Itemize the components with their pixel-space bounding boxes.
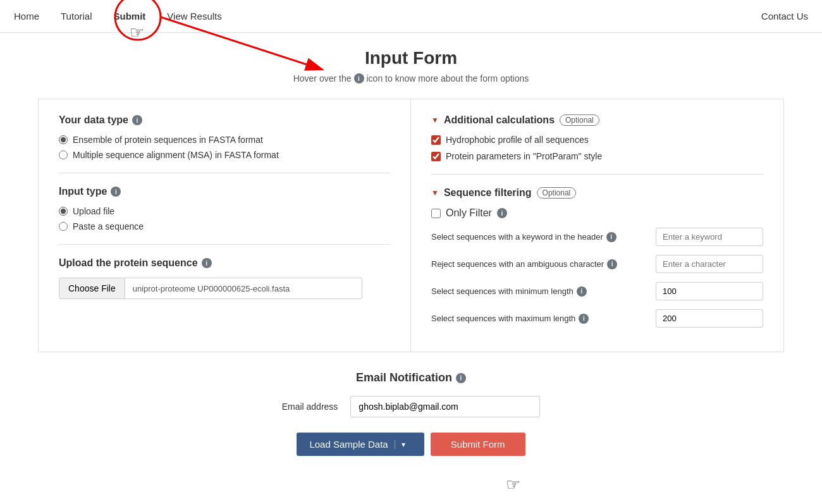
calc-checkbox-input-1[interactable] [431,135,441,145]
nav-home[interactable]: Home [13,8,40,24]
input-type-option-2[interactable]: Paste a sequence [59,221,390,231]
only-filter-checkbox[interactable] [431,209,441,218]
nav-view-results[interactable]: View Results [166,8,223,24]
filter-input-keyword[interactable] [656,228,763,246]
input-type-option-1[interactable]: Upload file [59,206,390,216]
info-icon-filter-4[interactable]: i [579,314,589,324]
data-type-radio-group: Ensemble of protein sequences in FASTA f… [59,135,390,160]
info-icon-email[interactable]: i [456,373,466,383]
info-icon-input-type[interactable]: i [111,187,121,197]
info-icon-filter-3[interactable]: i [577,286,587,297]
file-upload-control: Choose File uniprot-proteome UP000000625… [59,278,362,299]
only-filter-label: Only Filter [446,207,492,219]
email-row: Email address [38,396,784,417]
nav-contact[interactable]: Contact Us [760,8,809,24]
left-panel: Your data type i Ensemble of protein seq… [39,99,411,352]
file-name-display: uniprot-proteome UP000000625-ecoli.fasta [125,279,362,298]
filter-row-3: Select sequences with minimum length i [431,282,763,300]
only-filter-row: Only Filter i [431,207,763,219]
filter-label-2: Reject sequences with an ambiguous chara… [431,259,649,269]
nav-submit[interactable]: Submit [112,8,147,24]
additional-calc-checkboxes: Hydrophobic profile of all sequences Pro… [431,135,763,161]
choose-file-button[interactable]: Choose File [59,278,125,298]
page-title: Input Form [38,48,784,68]
filter-input-max-length[interactable] [656,309,763,328]
filter-label-4: Select sequences with maximum length i [431,314,649,324]
input-type-radio-2[interactable] [59,222,68,231]
calc-checkbox-input-2[interactable] [431,152,441,161]
email-input[interactable] [350,396,540,417]
filter-input-character[interactable] [656,255,763,273]
data-type-option-2[interactable]: Multiple sequence alignment (MSA) in FAS… [59,150,390,160]
email-label: Email address [282,402,338,412]
submit-form-button[interactable]: Submit Form [431,433,525,456]
filter-label-3: Select sequences with minimum length i [431,286,649,297]
data-type-option-1[interactable]: Ensemble of protein sequences in FASTA f… [59,135,390,145]
subtitle: Hover over the i icon to know more about… [38,73,784,83]
additional-calc-header[interactable]: ▼ Additional calculations Optional [431,114,763,126]
data-type-radio-1[interactable] [59,135,68,144]
filter-row-1: Select sequences with a keyword in the h… [431,228,763,246]
filter-row-2: Reject sequences with an ambiguous chara… [431,255,763,273]
filter-input-min-length[interactable] [656,282,763,300]
calc-checkbox-2[interactable]: Protein parameters in "ProtParam" style [431,151,763,161]
input-type-radio-group: Upload file Paste a sequence [59,206,390,231]
data-type-radio-2[interactable] [59,151,68,159]
info-icon-filter-1[interactable]: i [606,232,616,242]
info-icon-only-filter[interactable]: i [497,208,507,218]
email-section: Email Notification i Email address [38,371,784,417]
chevron-down-icon: ▼ [431,116,439,125]
calc-checkbox-1[interactable]: Hydrophobic profile of all sequences [431,135,763,145]
nav-tutorial[interactable]: Tutorial [59,8,93,24]
load-sample-label: Load Sample Data [309,439,394,450]
filter-row-4: Select sequences with maximum length i [431,309,763,328]
upload-section-title: Upload the protein sequence i [59,257,390,269]
input-type-radio-1[interactable] [59,207,68,216]
load-sample-button[interactable]: Load Sample Data ▾ [297,433,424,456]
info-icon-subtitle: i [354,73,364,83]
info-icon-data-type[interactable]: i [132,115,142,125]
right-panel: ▼ Additional calculations Optional Hydro… [411,99,783,352]
input-type-section-title: Input type i [59,186,390,197]
info-icon-upload[interactable]: i [202,258,212,268]
filter-label-1: Select sequences with a keyword in the h… [431,232,649,242]
email-title: Email Notification i [38,371,784,384]
info-icon-filter-2[interactable]: i [607,259,617,269]
form-grid: Your data type i Ensemble of protein seq… [38,99,784,352]
load-dropdown-icon[interactable]: ▾ [395,440,412,449]
optional-badge-filter: Optional [537,187,577,199]
data-type-section-title: Your data type i [59,114,390,126]
seq-filter-header[interactable]: ▼ Sequence filtering Optional [431,187,763,199]
chevron-down-icon-filter: ▼ [431,188,439,197]
optional-badge-calc: Optional [560,114,599,126]
buttons-row: Load Sample Data ▾ Submit Form [38,433,784,456]
